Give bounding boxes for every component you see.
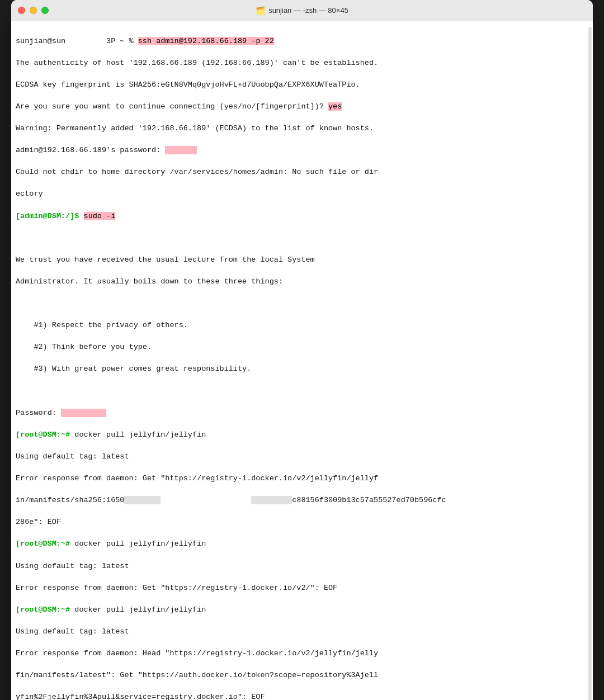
- close-button[interactable]: [18, 7, 25, 14]
- maximize-button[interactable]: [41, 7, 49, 14]
- line-18: Password:: [16, 408, 588, 419]
- terminal-content: sunjian@sun 3P ~ % ssh admin@192.168.66.…: [16, 25, 588, 700]
- terminal-window: 🗂️ sunjian — -zsh — 80×45 sunjian@sun 3P…: [11, 0, 593, 700]
- line-10: [16, 233, 588, 244]
- line-23: 286e": EOF: [16, 517, 588, 528]
- minimize-button[interactable]: [30, 7, 37, 14]
- line-27: [root@DSM:~# docker pull jellyfin/jellyf…: [16, 604, 588, 616]
- line-19: [root@DSM:~# docker pull jellyfin/jellyf…: [16, 429, 588, 441]
- line-20: Using default tag: latest: [16, 451, 588, 462]
- window-title: 🗂️ sunjian — -zsh — 80×45: [256, 6, 348, 15]
- line-15: #2) Think before you type.: [16, 342, 588, 353]
- line-6: admin@192.168.66.189's password:: [16, 145, 588, 156]
- line-8: ectory: [16, 188, 588, 200]
- line-22: in/manifests/sha256:1650 c88156f3009b13c…: [16, 495, 588, 506]
- line-2: The authenticity of host '192.168.66.189…: [16, 58, 588, 69]
- line-25: Using default tag: latest: [16, 561, 588, 572]
- line-14: #1) Respect the privacy of others.: [16, 320, 588, 331]
- folder-icon: 🗂️: [256, 6, 265, 15]
- line-28: Using default tag: latest: [16, 626, 588, 637]
- line-26: Error response from daemon: Get "https:/…: [16, 583, 588, 594]
- line-16: #3) With great power comes great respons…: [16, 363, 588, 375]
- line-24: [root@DSM:~# docker pull jellyfin/jellyf…: [16, 538, 588, 550]
- scrollbar[interactable]: [588, 27, 592, 700]
- line-30: fin/manifests/latest": Get "https://auth…: [16, 670, 588, 681]
- titlebar: 🗂️ sunjian — -zsh — 80×45: [11, 0, 593, 21]
- terminal-body[interactable]: sunjian@sun 3P ~ % ssh admin@192.168.66.…: [11, 21, 593, 700]
- line-1: sunjian@sun 3P ~ % ssh admin@192.168.66.…: [16, 36, 588, 47]
- title-text: sunjian — -zsh — 80×45: [268, 6, 348, 15]
- line-11: We trust you have received the usual lec…: [16, 254, 588, 266]
- line-31: yfin%2Fjellyfin%3Apull&service=registry.…: [16, 692, 588, 700]
- line-29: Error response from daemon: Head "https:…: [16, 648, 588, 659]
- line-4: Are you sure you want to continue connec…: [16, 101, 588, 112]
- traffic-lights[interactable]: [18, 7, 49, 14]
- line-13: [16, 298, 588, 309]
- line-21: Error response from daemon: Get "https:/…: [16, 473, 588, 484]
- line-17: [16, 386, 588, 397]
- line-9: [admin@DSM:/]$ sudo -i: [16, 211, 588, 222]
- line-5: Warning: Permanently added '192.168.66.1…: [16, 123, 588, 134]
- line-12: Administrator. It usually boils down to …: [16, 276, 588, 287]
- line-7: Could not chdir to home directory /var/s…: [16, 167, 588, 178]
- line-3: ECDSA key fingerprint is SHA256:eGtN8VMq…: [16, 79, 588, 91]
